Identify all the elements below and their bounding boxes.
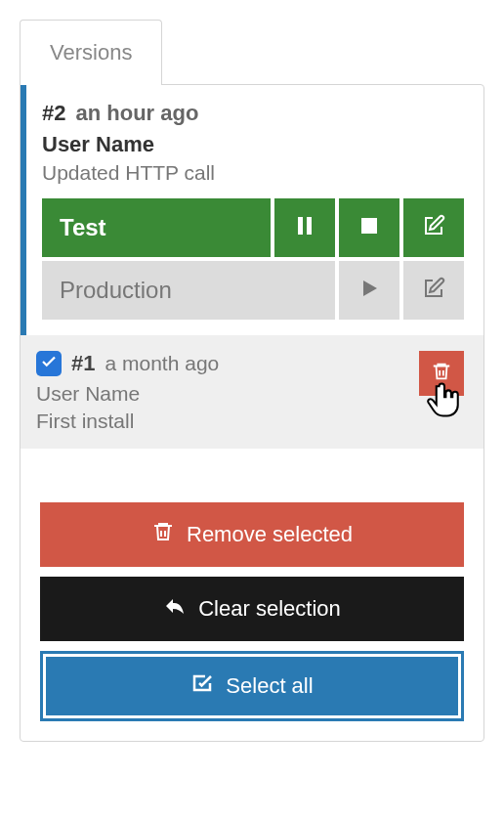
version-description: First install — [36, 410, 464, 433]
version-user: User Name — [36, 382, 464, 406]
svg-rect-0 — [298, 217, 303, 235]
delete-button[interactable] — [419, 351, 464, 396]
svg-rect-1 — [307, 217, 312, 235]
version-description: Updated HTTP call — [42, 161, 464, 185]
edit-icon — [422, 214, 445, 241]
play-button[interactable] — [339, 261, 399, 320]
select-all-button[interactable]: Select all — [40, 651, 464, 721]
pause-button[interactable] — [274, 198, 335, 257]
version-time: an hour ago — [75, 101, 198, 126]
remove-selected-button[interactable]: Remove selected — [40, 502, 464, 567]
version-header: #2 an hour ago — [42, 101, 464, 126]
edit-button[interactable] — [403, 198, 464, 257]
environments-table: Test — [42, 198, 464, 320]
svg-rect-2 — [361, 218, 377, 234]
button-label: Clear selection — [198, 596, 341, 622]
check-icon — [40, 353, 58, 374]
tab-versions[interactable]: Versions — [20, 20, 162, 85]
version-time: a month ago — [105, 352, 219, 375]
stop-button[interactable] — [339, 198, 399, 257]
action-buttons: Remove selected Clear selection Select a… — [21, 502, 483, 721]
play-icon — [357, 277, 381, 304]
pause-icon — [293, 214, 316, 241]
edit-button[interactable] — [403, 261, 464, 320]
check-square-icon — [190, 671, 214, 701]
version-item: #1 a month ago User Name First install — [21, 335, 483, 449]
clear-selection-button[interactable]: Clear selection — [40, 577, 464, 641]
reply-icon — [163, 594, 187, 624]
version-user: User Name — [42, 132, 464, 157]
version-number: #2 — [42, 101, 65, 126]
environment-row-test: Test — [42, 198, 464, 257]
version-header: #1 a month ago — [36, 351, 464, 376]
environment-label: Test — [42, 198, 271, 257]
version-item: #2 an hour ago User Name Updated HTTP ca… — [21, 85, 483, 335]
versions-panel: Versions #2 an hour ago User Name Update… — [20, 20, 484, 742]
button-label: Remove selected — [187, 522, 353, 547]
panel-content: #2 an hour ago User Name Updated HTTP ca… — [20, 84, 484, 742]
trash-icon — [431, 361, 452, 386]
version-number: #1 — [71, 351, 95, 376]
edit-icon — [422, 277, 445, 304]
stop-icon — [357, 214, 381, 241]
button-label: Select all — [226, 673, 313, 699]
version-checkbox[interactable] — [36, 351, 62, 376]
tab-label: Versions — [50, 40, 132, 65]
environment-label: Production — [42, 261, 335, 320]
trash-icon — [151, 520, 175, 549]
environment-row-production: Production — [42, 261, 464, 320]
